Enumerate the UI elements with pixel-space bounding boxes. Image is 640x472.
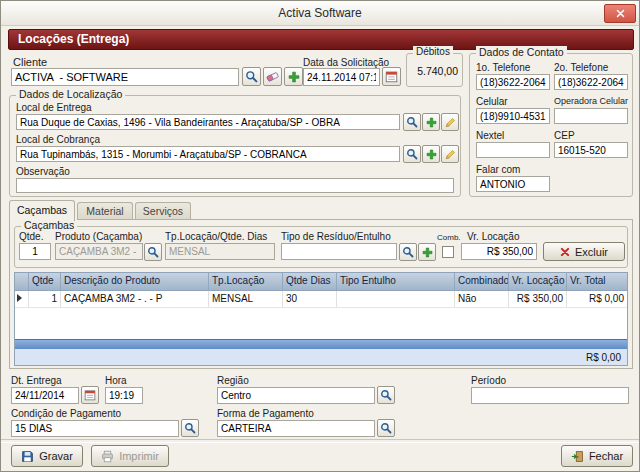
condicao-pagamento-input[interactable]: [11, 420, 179, 437]
imprimir-button[interactable]: Imprimir: [91, 445, 169, 467]
grid-col-vrtotal[interactable]: Vr. Total: [567, 273, 627, 290]
debitos-legend: Débitos: [413, 46, 453, 57]
produto-search-button[interactable]: [144, 243, 162, 261]
residuo-label: Tipo de Resíduo/Entulho: [281, 231, 391, 242]
nextel-input[interactable]: [476, 142, 550, 158]
grid-footer-row: R$ 0,00: [15, 349, 627, 365]
forma-search-button[interactable]: [377, 419, 395, 437]
tploc-input[interactable]: [165, 243, 275, 260]
qtde-input[interactable]: [19, 243, 51, 260]
grid-col-combinado[interactable]: Combinado: [455, 273, 509, 290]
regiao-search-button[interactable]: [377, 386, 395, 404]
cobranca-edit-button[interactable]: [441, 145, 459, 163]
cell-vrlocacao: R$ 350,00: [509, 291, 567, 307]
observacao-label: Observação: [16, 166, 70, 177]
search-icon: [406, 148, 418, 160]
residuo-add-button[interactable]: [418, 243, 436, 261]
grid-col-qtde[interactable]: Qtde: [29, 273, 61, 290]
cep-input[interactable]: [554, 142, 628, 158]
solicitacao-input[interactable]: [303, 68, 380, 86]
tel1-input[interactable]: [476, 74, 550, 90]
table-row[interactable]: 1 CAÇAMBA 3M2 - . - P MENSAL 30 Não R$ 3…: [15, 291, 627, 308]
cobranca-search-button[interactable]: [403, 145, 421, 163]
plus-icon: [288, 71, 300, 83]
entrega-add-button[interactable]: [422, 113, 440, 131]
fechar-button[interactable]: Fechar: [561, 445, 633, 467]
plus-icon: [426, 117, 437, 128]
cell-tipoentulho: [337, 291, 455, 307]
entrega-search-button[interactable]: [403, 113, 421, 131]
cliente-input[interactable]: [11, 68, 239, 86]
residuo-search-button[interactable]: [399, 243, 417, 261]
tab-cacambas[interactable]: Caçambas: [9, 200, 75, 221]
qtde-label: Qtde.: [19, 231, 43, 242]
dt-entrega-input[interactable]: [11, 387, 79, 404]
tab-material[interactable]: Material: [77, 202, 133, 220]
imprimir-label: Imprimir: [119, 450, 159, 462]
local-entrega-input[interactable]: [16, 114, 400, 130]
grid-col-tplocacao[interactable]: Tp.Locação: [209, 273, 283, 290]
title-bar[interactable]: Activa Software: [1, 1, 639, 26]
tab-servicos[interactable]: Serviços: [135, 202, 191, 220]
local-cobranca-label: Local de Cobrança: [16, 134, 100, 145]
search-icon: [402, 246, 414, 258]
plus-icon: [426, 149, 437, 160]
tploc-label: Tp.Locação/Qtde. Dias: [165, 231, 267, 242]
operadora-input[interactable]: [554, 108, 628, 124]
cliente-clear-button[interactable]: [263, 67, 282, 86]
grid-corner: [15, 273, 29, 290]
observacao-input[interactable]: [16, 178, 454, 193]
regiao-input[interactable]: [217, 387, 375, 404]
gravar-button[interactable]: Gravar: [11, 445, 83, 467]
cep-label: CEP: [554, 130, 575, 141]
cobranca-add-button[interactable]: [422, 145, 440, 163]
search-icon: [380, 422, 392, 434]
grid-horizontal-scrollbar[interactable]: [15, 339, 627, 349]
combinado-checkbox[interactable]: [442, 246, 454, 258]
forma-pagamento-label: Forma de Pagamento: [217, 408, 314, 419]
grid-col-qtdedias[interactable]: Qtde Dias: [283, 273, 337, 290]
produto-label: Produto (Caçamba): [55, 231, 142, 242]
residuo-input[interactable]: [281, 243, 397, 260]
celular-input[interactable]: [476, 108, 550, 124]
operadora-label: Operadora Celular: [554, 96, 628, 106]
exit-door-icon: [571, 450, 584, 463]
hora-input[interactable]: [105, 387, 143, 404]
vrloc-input[interactable]: [461, 243, 537, 260]
local-cobranca-input[interactable]: [16, 146, 400, 162]
pencil-icon: [445, 149, 456, 160]
solicitacao-calendar-button[interactable]: [382, 67, 401, 86]
entrega-edit-button[interactable]: [441, 113, 459, 131]
search-icon: [184, 422, 196, 434]
cliente-search-button[interactable]: [242, 67, 261, 86]
save-icon: [21, 450, 34, 463]
close-icon: [616, 9, 625, 18]
falar-com-input[interactable]: [476, 176, 550, 192]
grid-col-descricao[interactable]: Descrição do Produto: [61, 273, 209, 290]
comb-label: Comb.: [437, 233, 461, 242]
condicao-search-button[interactable]: [181, 419, 199, 437]
tel2-label: 2o. Telefone: [554, 62, 608, 73]
cell-vrtotal: R$ 0,00: [567, 291, 627, 307]
forma-pagamento-input[interactable]: [217, 420, 375, 437]
solicitacao-label: Data da Solicitação: [303, 57, 389, 68]
cliente-add-button[interactable]: [284, 67, 303, 86]
cell-qtdedias: 30: [283, 291, 337, 307]
tel2-input[interactable]: [554, 74, 628, 90]
excluir-button[interactable]: Excluir: [543, 242, 625, 261]
vrloc-label: Vr. Locação: [467, 231, 519, 242]
grid-col-vrlocacao[interactable]: Vr. Locação: [509, 273, 567, 290]
contato-legend: Dados de Contato: [476, 46, 567, 58]
grid-col-tipoentulho[interactable]: Tipo Entulho: [337, 273, 455, 290]
grid-header-row: Qtde Descrição do Produto Tp.Locação Qtd…: [15, 273, 627, 291]
localizacao-legend: Dados de Localização: [16, 88, 125, 100]
dt-entrega-calendar-button[interactable]: [81, 386, 99, 404]
produto-input[interactable]: [55, 243, 143, 260]
search-icon: [245, 70, 258, 83]
dt-entrega-label: Dt. Entrega: [11, 375, 62, 386]
close-button[interactable]: [604, 4, 636, 23]
periodo-input[interactable]: [471, 387, 629, 404]
nextel-label: Nextel: [476, 130, 504, 141]
grid-empty-area: [15, 308, 627, 339]
condicao-pagamento-label: Condição de Pagamento: [11, 408, 121, 419]
